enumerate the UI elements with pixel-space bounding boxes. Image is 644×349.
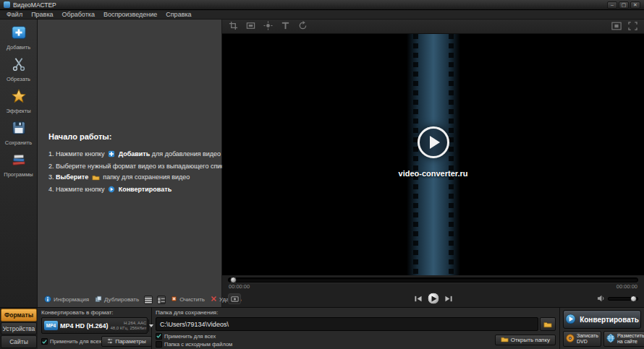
format-value: MP4 HD (H.264)	[60, 322, 109, 329]
convert-button[interactable]: Конвертировать	[563, 310, 641, 329]
previous-button[interactable]	[414, 295, 422, 302]
format-details: H.264, AAC 48,0 КГц, 256Кбит	[111, 321, 147, 331]
format-apply-all-checkbox[interactable]: Применить для всех	[41, 338, 101, 345]
crop-icon[interactable]	[229, 20, 238, 33]
duplicate-label: Дублировать	[104, 296, 139, 303]
list-view-button[interactable]	[144, 296, 153, 304]
frame-size-icon[interactable]	[246, 20, 255, 33]
checkbox-checked-icon	[41, 338, 48, 345]
info-button[interactable]: Информация	[43, 296, 90, 304]
step-bold: Конвертировать	[119, 186, 172, 193]
source-folder-checkbox[interactable]: Папка с исходным файлом	[156, 341, 232, 348]
checkbox-unchecked-icon	[156, 341, 162, 348]
checkbox-checked-icon	[156, 333, 162, 340]
burn-dvd-button[interactable]: Записать DVD	[563, 331, 601, 347]
save-path-input[interactable]: C:\Users\79134\Videos\	[156, 317, 538, 331]
format-section: Конвертировать в формат: MP4 MP4 HD (H.2…	[38, 308, 152, 349]
getting-started-title: Начало работы:	[48, 132, 231, 141]
step-text: для добавления видео	[152, 150, 221, 158]
fit-window-icon[interactable]	[611, 20, 622, 33]
folder-apply-all-checkbox[interactable]: Применить для всех	[156, 333, 232, 340]
menu-item-processing[interactable]: Обработка	[58, 11, 99, 18]
sidebar-item-save[interactable]: Сохранить	[0, 120, 37, 146]
upload-to-site-button[interactable]: Разместить на сайте	[603, 331, 644, 347]
duplicate-button[interactable]: Дублировать	[93, 296, 140, 304]
save-folder-section: Папка для сохранения: C:\Users\79134\Vid…	[152, 308, 560, 349]
brightness-icon[interactable]	[263, 20, 273, 33]
apply-all-label: Применить для всех	[164, 333, 216, 340]
sidebar-label: Обрезать	[7, 76, 30, 82]
step-bold: Добавить	[119, 150, 151, 158]
clear-button[interactable]: Очистить	[169, 296, 206, 303]
folder-mini-icon	[92, 173, 100, 184]
sidebar-item-trim[interactable]: Обрезать	[0, 56, 37, 82]
folder-checkboxes: Применить для всех Папка с исходным файл…	[156, 333, 232, 348]
app-icon	[4, 1, 10, 8]
menu-item-playback[interactable]: Воспроизведение	[99, 11, 161, 18]
play-overlay-button[interactable]	[418, 126, 449, 158]
mp4-badge-icon: MP4	[44, 321, 58, 330]
menu-item-file[interactable]: Файл	[2, 11, 27, 18]
volume-slider[interactable]	[608, 297, 638, 301]
sidebar-item-effects[interactable]: Эффекты	[0, 88, 37, 114]
tab-devices[interactable]: Устройства	[1, 322, 37, 335]
menu-item-help[interactable]: Справка	[161, 11, 195, 18]
open-folder-button[interactable]: Открыть папку	[495, 335, 556, 345]
main-area: Добавить Обрезать Эффекты Сохранить	[0, 20, 644, 307]
folder-icon	[543, 318, 552, 331]
step-text: 1. Нажмите кнопку	[48, 150, 105, 158]
step-text: 2. Выберите нужный формат видео из выпад…	[48, 163, 231, 170]
play-button[interactable]	[427, 293, 439, 305]
convert-mini-icon	[108, 186, 115, 197]
convert-extra-row: Записать DVD Разместить на сайте	[563, 331, 641, 347]
thumbnail-view-button[interactable]	[157, 296, 166, 304]
volume-thumb[interactable]	[630, 296, 637, 302]
play-triangle-icon	[430, 136, 440, 149]
clear-icon	[171, 296, 177, 303]
window-title: ВидеоМАСТЕР	[13, 1, 56, 9]
format-dropdown[interactable]: MP4 MP4 HD (H.264) H.264, AAC 48,0 КГц, …	[41, 317, 148, 334]
tab-sites[interactable]: Сайты	[1, 335, 37, 348]
tab-formats[interactable]: Форматы	[1, 309, 37, 322]
apply-all-label: Применить для всех	[50, 338, 101, 345]
parameters-label: Параметры	[115, 338, 146, 345]
seek-thumb[interactable]	[230, 277, 237, 283]
frame-capture-button[interactable]	[228, 293, 241, 304]
burn-dvd-label: Записать DVD	[577, 333, 598, 345]
current-time: 00:00:00	[229, 283, 250, 290]
step-bold: Выберите	[56, 173, 88, 181]
duplicate-icon	[95, 296, 102, 304]
open-folder-icon	[501, 336, 509, 344]
next-button[interactable]	[444, 295, 452, 302]
sidebar-label: Программы	[4, 171, 33, 178]
open-folder-label: Открыть папку	[511, 337, 550, 343]
category-tabs: Форматы Устройства Сайты	[0, 308, 38, 349]
menu-item-edit[interactable]: Правка	[27, 11, 57, 18]
floppy-disk-icon	[11, 120, 27, 139]
add-mini-icon	[108, 150, 115, 161]
sidebar-label: Эффекты	[6, 108, 30, 114]
parameters-button[interactable]: Параметры	[101, 336, 152, 347]
rotate-icon[interactable]	[298, 20, 308, 33]
format-header: Конвертировать в формат:	[41, 309, 148, 316]
preview-toolbar-right	[611, 20, 637, 33]
minimize-button[interactable]: –	[607, 1, 617, 9]
list-view-icon	[145, 293, 152, 306]
sidebar-item-programs[interactable]: Программы	[0, 152, 37, 178]
fullscreen-icon[interactable]	[628, 20, 637, 33]
browse-folder-button[interactable]	[540, 317, 556, 331]
sidebar-item-add[interactable]: Добавить	[0, 25, 37, 51]
speaker-icon[interactable]	[597, 292, 605, 305]
seek-area: 00:00:00 00:00:00	[222, 275, 644, 290]
dvd-disc-icon	[566, 334, 575, 344]
seek-bar[interactable]	[228, 277, 638, 283]
text-overlay-icon[interactable]	[281, 20, 290, 33]
maximize-button[interactable]: ▢	[619, 1, 629, 9]
app-window: ВидеоМАСТЕР – ▢ ✕ Файл Правка Обработка …	[0, 0, 644, 349]
file-list-panel: Начало работы: 1. Нажмите кнопку Добавит…	[38, 20, 222, 307]
star-icon	[11, 88, 27, 107]
format-audio: 48,0 КГц, 256Кбит	[111, 326, 147, 330]
getting-started: Начало работы: 1. Нажмите кнопку Добавит…	[48, 132, 231, 197]
close-button[interactable]: ✕	[630, 1, 640, 9]
time-labels: 00:00:00 00:00:00	[228, 283, 638, 290]
